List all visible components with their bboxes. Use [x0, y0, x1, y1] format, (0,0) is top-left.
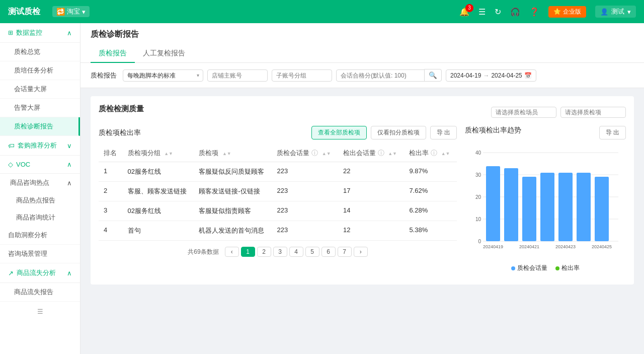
sidebar-group-header-data-monitor[interactable]: ⊞ 数据监控 ∧ — [0, 23, 80, 43]
cell-rank: 1 — [99, 162, 123, 182]
btn-all-items[interactable]: 查看全部质检项 — [311, 126, 367, 139]
btn-export-chart[interactable]: 导 出 — [599, 126, 626, 139]
page-btn-6[interactable]: 6 — [321, 247, 336, 257]
help-icon[interactable]: ❓ — [529, 7, 539, 17]
subaccount-input[interactable] — [272, 69, 332, 82]
cell-detected: 12 — [338, 221, 404, 241]
sidebar-item-loss-report[interactable]: 商品流失报告 — [0, 283, 80, 302]
page-btn-3[interactable]: 3 — [273, 247, 287, 257]
legend-volume: 质检会话量 — [511, 264, 547, 272]
cell-rate: 7.62% — [404, 182, 457, 201]
page-next-btn[interactable]: › — [354, 247, 368, 257]
sidebar-group-label-2: 套购推荐分析 — [18, 141, 57, 150]
refresh-icon[interactable]: ↻ — [495, 7, 501, 17]
inspection-selector[interactable] — [560, 107, 626, 118]
svg-text:20240425: 20240425 — [592, 244, 612, 249]
notification-badge: 3 — [465, 4, 473, 12]
enterprise-button[interactable]: ⭐ 企业版 — [548, 6, 586, 18]
table-row: 1 02服务红线 客服疑似反问质疑顾客 223 22 9.87% — [99, 162, 457, 182]
info-icon-rate: ⓘ — [431, 149, 437, 157]
chart-legend: 质检会话量 检出率 — [465, 264, 626, 272]
quality-section-title: 质检检测质量 — [99, 104, 144, 114]
cell-total: 223 — [272, 201, 338, 221]
col-rank: 排名 — [99, 145, 123, 162]
sort-icon-detected[interactable]: ▲▼ — [388, 151, 397, 156]
chart-header: 质检项检出率趋势 导 出 — [465, 126, 626, 139]
btn-deduct-items[interactable]: 仅看扣分质检项 — [371, 126, 426, 139]
chevron-down-icon-2: ∨ — [67, 142, 72, 150]
score-input[interactable] — [336, 69, 427, 82]
page-btn-5[interactable]: 5 — [305, 247, 319, 257]
chevron-up-icon-sub: ∧ — [67, 179, 72, 187]
page-btn-1[interactable]: 1 — [241, 247, 255, 257]
sidebar-item-scene-mgmt[interactable]: 咨询场景管理 — [0, 245, 80, 263]
page-btn-4[interactable]: 4 — [289, 247, 303, 257]
sort-icon-volume[interactable]: ▲▼ — [322, 151, 331, 156]
cell-total: 223 — [272, 182, 338, 201]
svg-text:20240423: 20240423 — [555, 244, 576, 249]
legend-dot-volume — [511, 266, 515, 270]
page-btn-7[interactable]: 7 — [338, 247, 352, 257]
standard-select[interactable]: 每晚跑脚本的标准 — [123, 69, 203, 82]
sidebar-item-overview[interactable]: 质检总览 — [0, 43, 80, 61]
cell-group: 02服务红线 — [123, 201, 194, 221]
sidebar-group-header-bundle[interactable]: 🏷 套购推荐分析 ∨ — [0, 136, 80, 156]
svg-text:20: 20 — [475, 194, 481, 200]
body-section: 质检检测质量 质检项检出率 查看全部质检项 仅看扣分质检项 — [80, 88, 644, 293]
legend-rate: 检出率 — [555, 264, 580, 272]
cell-detected: 22 — [338, 162, 404, 182]
tab-manual-review[interactable]: 人工复检报告 — [135, 45, 193, 63]
sidebar-item-consultation-stats[interactable]: 商品咨询统计 — [0, 209, 80, 226]
search-button[interactable]: 🔍 — [424, 69, 442, 82]
sidebar-group-label-1: 数据监控 — [16, 28, 42, 37]
grid-icon: ⊞ — [8, 29, 13, 36]
username: 测试 — [611, 7, 624, 16]
headset-icon[interactable]: 🎧 — [510, 7, 520, 17]
table-toolbar: 质检项检出率 查看全部质检项 仅看扣分质检项 导 出 — [99, 126, 457, 139]
svg-text:20240421: 20240421 — [519, 244, 539, 249]
date-range-picker[interactable]: 2024-04-19 → 2024-04-25 📅 — [446, 69, 536, 82]
chevron-up-icon-loss: ∧ — [67, 269, 72, 277]
sidebar-sub-product-hotspot[interactable]: 商品咨询热点 ∧ — [0, 174, 80, 192]
page-btn-2[interactable]: 2 — [257, 247, 271, 257]
sidebar-item-hotspot-report[interactable]: 商品热点报告 — [0, 192, 80, 209]
sidebar-group-label-4: 商品流失分析 — [17, 268, 56, 277]
main-content: 质检诊断报告 质检报告 人工复检报告 质检报告 每晚跑脚本的标准 — [80, 23, 644, 354]
table-row: 2 客服、顾客发送链接 顾客发送链接-仅链接 223 17 7.62% — [99, 182, 457, 201]
sidebar-item-training[interactable]: 质培任务分析 — [0, 61, 80, 80]
notification-icon[interactable]: 🔔 3 — [459, 7, 469, 17]
sidebar-item-diagnosis[interactable]: 质检诊断报告 — [0, 117, 80, 136]
sidebar-item-conversation[interactable]: 会话量大屏 — [0, 80, 80, 99]
platform-selector[interactable]: 🔁 淘宝 ▾ — [52, 6, 90, 17]
user-area[interactable]: 👤 测试 ▾ — [595, 6, 636, 18]
sort-icon-group[interactable]: ▲▼ — [164, 151, 173, 156]
menu-icon[interactable]: ☰ — [478, 7, 486, 17]
sidebar-group-header-voc[interactable]: ◇ VOC ∧ — [0, 156, 80, 174]
account-input[interactable] — [207, 69, 268, 82]
calendar-icon: 📅 — [524, 72, 532, 79]
sidebar-item-self-insight[interactable]: 自助洞察分析 — [0, 226, 80, 245]
sidebar-group-voc: ◇ VOC ∧ 商品咨询热点 ∧ 商品热点报告 商品咨询统计 自助洞察分析 咨询… — [0, 156, 80, 263]
tab-quality-report[interactable]: 质检报告 — [91, 45, 135, 63]
sidebar-item-alert[interactable]: 告警大屏 — [0, 99, 80, 117]
page-prev-btn[interactable]: ‹ — [225, 247, 239, 257]
sort-icon-item[interactable]: ▲▼ — [222, 151, 231, 156]
filter-label: 质检报告 — [91, 71, 117, 80]
legend-dot-rate — [555, 266, 559, 270]
top-nav: 测试质检 🔁 淘宝 ▾ 🔔 3 ☰ ↻ 🎧 ❓ ⭐ 企业版 👤 测试 ▾ — [0, 0, 644, 23]
page-title: 质检诊断报告 — [91, 29, 634, 40]
sidebar-collapse-btn[interactable]: ☰ — [0, 302, 80, 321]
sort-icon-rate[interactable]: ▲▼ — [441, 151, 450, 156]
page-total: 共69条数据 — [188, 248, 218, 256]
page-header: 质检诊断报告 质检报告 人工复检报告 — [80, 23, 644, 63]
date-end: 2024-04-25 — [491, 72, 522, 79]
pagination: 共69条数据 ‹ 1 2 3 4 5 6 7 › — [99, 247, 457, 257]
sidebar-group-data-monitor: ⊞ 数据监控 ∧ 质检总览 质培任务分析 会话量大屏 告警大屏 质检诊断报告 — [0, 23, 80, 136]
col-table: 质检项检出率 查看全部质检项 仅看扣分质检项 导 出 排名 — [99, 126, 457, 276]
cell-item: 顾客发送链接-仅链接 — [194, 182, 272, 201]
btn-export-table[interactable]: 导 出 — [430, 126, 457, 139]
inspector-selector[interactable] — [491, 107, 556, 118]
sidebar-group-header-loss[interactable]: ↗ 商品流失分析 ∧ — [0, 263, 80, 283]
main-layout: ⊞ 数据监控 ∧ 质检总览 质培任务分析 会话量大屏 告警大屏 质检诊断报告 — [0, 23, 644, 354]
chevron-up-icon-voc: ∧ — [67, 161, 72, 168]
